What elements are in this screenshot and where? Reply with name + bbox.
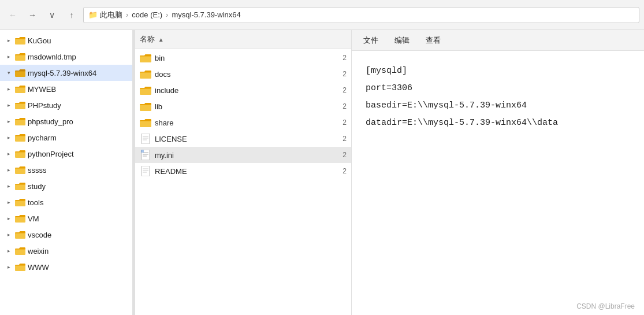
file-size: 2: [329, 54, 347, 62]
folder-icon: [140, 117, 151, 128]
expand-icon: ▾: [5, 69, 13, 77]
file-icon: [140, 166, 151, 176]
expand-icon: ▸: [5, 182, 13, 190]
file-item-include[interactable]: include2: [135, 82, 351, 98]
sidebar-item-label: vscode: [28, 231, 51, 239]
svg-rect-6: [15, 135, 25, 142]
folder-icon: [15, 166, 25, 174]
sidebar-item-vscode[interactable]: ▸ vscode: [0, 227, 132, 243]
svg-rect-16: [140, 72, 151, 79]
main-layout: ▸ KuGou▸ msdownld.tmp▾ mysql-5.7.39-winx…: [0, 30, 644, 315]
file-item-share[interactable]: share2: [135, 114, 351, 131]
address-part3: mysql-5.7.39-winx64: [172, 10, 240, 19]
file-size: 2: [329, 135, 347, 143]
svg-rect-4: [15, 103, 25, 109]
file-item-docs[interactable]: docs2: [135, 66, 351, 82]
svg-rect-9: [15, 184, 25, 190]
folder-icon: [15, 134, 25, 142]
file-list-header: 名称 ▲: [135, 30, 351, 49]
content-menubar: 文件编辑查看: [352, 30, 644, 51]
sidebar-item-pycharm[interactable]: ▸ pycharm: [0, 129, 132, 146]
file-name: lib: [155, 102, 326, 111]
svg-rect-3: [15, 87, 25, 93]
sidebar-item-weixin[interactable]: ▸ weixin: [0, 243, 132, 259]
sidebar-item-label: study: [28, 182, 46, 191]
sidebar-item-mysql[interactable]: ▾ mysql-5.7.39-winx64: [0, 65, 132, 81]
sidebar-item-label: mysql-5.7.39-winx64: [28, 69, 96, 77]
file-item-my.ini[interactable]: my.ini2: [135, 147, 351, 163]
file-name: README: [155, 167, 326, 176]
back-button[interactable]: ←: [5, 7, 21, 23]
sidebar-item-label: sssss: [28, 166, 47, 175]
menu-item-查看[interactable]: 查看: [423, 33, 443, 48]
sidebar-item-WWW[interactable]: ▸ WWW: [0, 259, 132, 275]
expand-icon: ▸: [5, 117, 13, 125]
file-size: 2: [329, 151, 347, 159]
file-name: docs: [155, 70, 326, 79]
sidebar-item-label: WWW: [28, 263, 49, 272]
svg-rect-10: [15, 200, 25, 206]
sidebar-item-study[interactable]: ▸ study: [0, 178, 132, 194]
folder-icon: [140, 69, 151, 79]
content-line: [mysqld]: [366, 62, 630, 80]
svg-rect-17: [140, 88, 151, 95]
svg-rect-14: [15, 265, 25, 271]
file-item-lib[interactable]: lib2: [135, 98, 351, 114]
content-line: port=3306: [366, 80, 630, 97]
file-list-panel: 名称 ▲ bin2 docs2 include2 lib2 share2: [135, 30, 352, 315]
address-bar[interactable]: 📁 此电脑 › code (E:) › mysql-5.7.39-winx64: [83, 7, 639, 23]
address-part2: code (E:): [132, 10, 162, 19]
address-part1: 此电脑: [100, 10, 122, 20]
expand-icon: ▸: [5, 214, 13, 223]
expand-icon: ▸: [5, 85, 13, 93]
forward-button[interactable]: →: [24, 7, 40, 23]
expand-icon: ▸: [5, 150, 13, 158]
expand-icon: ▸: [5, 36, 13, 45]
menu-item-编辑[interactable]: 编辑: [392, 33, 412, 48]
expand-icon: ▸: [5, 198, 13, 206]
sidebar-item-KuGou[interactable]: ▸ KuGou: [0, 32, 132, 49]
file-size: 2: [329, 70, 347, 78]
expand-icon: ▸: [5, 166, 13, 174]
file-name: my.ini: [155, 151, 326, 160]
sidebar: ▸ KuGou▸ msdownld.tmp▾ mysql-5.7.39-winx…: [0, 30, 133, 315]
svg-rect-12: [15, 232, 25, 239]
sidebar-item-tools[interactable]: ▸ tools: [0, 194, 132, 210]
svg-rect-1: [15, 54, 25, 61]
file-size: 2: [329, 102, 347, 110]
folder-icon: [140, 101, 151, 112]
folder-icon: [15, 182, 25, 190]
folder-icon: [15, 101, 25, 109]
sidebar-item-msdownld[interactable]: ▸ msdownld.tmp: [0, 49, 132, 65]
file-item-bin[interactable]: bin2: [135, 50, 351, 66]
sidebar-item-label: pythonProject: [28, 150, 74, 158]
up-button[interactable]: ↑: [64, 7, 80, 23]
file-name: LICENSE: [155, 135, 326, 143]
menu-item-文件[interactable]: 文件: [361, 33, 381, 48]
file-size: 2: [329, 86, 347, 94]
sidebar-item-label: weixin: [28, 247, 49, 255]
svg-rect-29: [142, 166, 150, 176]
sidebar-item-sssss[interactable]: ▸ sssss: [0, 162, 132, 178]
sidebar-item-label: MYWEB: [28, 85, 56, 94]
sidebar-item-VM[interactable]: ▸ VM: [0, 210, 132, 227]
svg-rect-2: [15, 71, 25, 77]
file-name: bin: [155, 54, 326, 62]
file-item-LICENSE[interactable]: LICENSE2: [135, 131, 351, 147]
content-pane: 文件编辑查看 [mysqld]port=3306basedir=E:\\mysq…: [352, 30, 644, 315]
svg-rect-28: [141, 150, 144, 153]
file-item-README[interactable]: README2: [135, 163, 351, 179]
dropdown-button[interactable]: ∨: [44, 7, 60, 23]
sort-arrow: ▲: [158, 36, 164, 43]
folder-icon: [15, 198, 25, 206]
sidebar-item-MYWEB[interactable]: ▸ MYWEB: [0, 81, 132, 97]
folder-icon: [15, 36, 25, 45]
sidebar-item-phpstudy_pro[interactable]: ▸ phpstudy_pro: [0, 113, 132, 129]
sidebar-item-label: PHPstudy: [28, 101, 61, 110]
sidebar-item-pythonProject[interactable]: ▸ pythonProject: [0, 146, 132, 162]
file-icon: [140, 150, 151, 160]
folder-icon: [15, 247, 25, 255]
sidebar-item-PHPstudy[interactable]: ▸ PHPstudy: [0, 97, 132, 113]
content-line: datadir=E:\\mysql-5.7.39-winx64\\data: [366, 114, 630, 132]
folder-icon: [15, 85, 25, 93]
